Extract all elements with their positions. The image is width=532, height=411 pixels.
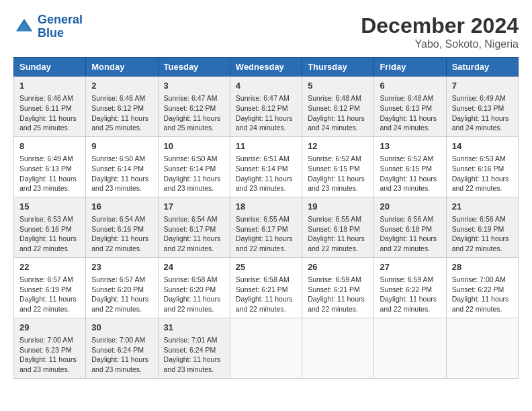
sunset-text: Sunset: 6:14 PM <box>164 165 216 173</box>
sunrise-text: Sunrise: 6:56 AM <box>380 215 433 223</box>
day-number: 30 <box>91 322 152 334</box>
sunset-text: Sunset: 6:17 PM <box>236 225 288 233</box>
day-number: 16 <box>91 201 152 213</box>
sunrise-text: Sunrise: 6:59 AM <box>380 275 433 283</box>
daylight-text: Daylight: 11 hours and 22 minutes. <box>452 175 509 193</box>
calendar-cell: 14Sunrise: 6:53 AMSunset: 6:16 PMDayligh… <box>446 136 518 197</box>
sunset-text: Sunset: 6:14 PM <box>236 165 288 173</box>
calendar-table: SundayMondayTuesdayWednesdayThursdayFrid… <box>13 57 519 379</box>
daylight-text: Daylight: 11 hours and 23 minutes. <box>19 355 77 373</box>
day-number: 28 <box>452 261 513 273</box>
sunrise-text: Sunrise: 6:52 AM <box>380 154 433 163</box>
sunrise-text: Sunrise: 6:46 AM <box>19 94 73 102</box>
sunset-text: Sunset: 6:13 PM <box>452 104 504 112</box>
calendar-cell: 22Sunrise: 6:57 AMSunset: 6:19 PMDayligh… <box>14 257 86 318</box>
calendar-cell: 1Sunrise: 6:46 AMSunset: 6:11 PMDaylight… <box>14 77 86 137</box>
sunrise-text: Sunrise: 6:54 AM <box>164 215 218 223</box>
sunrise-text: Sunrise: 6:55 AM <box>236 215 290 223</box>
daylight-text: Daylight: 11 hours and 22 minutes. <box>164 295 221 313</box>
calendar-cell: 30Sunrise: 7:00 AMSunset: 6:24 PMDayligh… <box>86 318 158 378</box>
title-block: December 2024 Yabo, Sokoto, Nigeria <box>361 13 519 50</box>
day-number: 2 <box>91 80 152 92</box>
week-row-5: 29Sunrise: 7:00 AMSunset: 6:23 PMDayligh… <box>14 318 519 378</box>
daylight-text: Daylight: 11 hours and 22 minutes. <box>380 295 437 313</box>
day-number: 7 <box>452 80 513 92</box>
day-number: 26 <box>308 261 368 273</box>
sunrise-text: Sunrise: 6:47 AM <box>164 94 218 102</box>
sunset-text: Sunset: 6:20 PM <box>164 285 216 293</box>
sunset-text: Sunset: 6:12 PM <box>164 104 216 112</box>
sunset-text: Sunset: 6:12 PM <box>308 104 360 112</box>
daylight-text: Daylight: 11 hours and 24 minutes. <box>380 114 437 132</box>
header-day-saturday: Saturday <box>446 58 518 77</box>
daylight-text: Daylight: 11 hours and 22 minutes. <box>19 234 77 253</box>
daylight-text: Daylight: 11 hours and 22 minutes. <box>236 295 293 313</box>
sunset-text: Sunset: 6:20 PM <box>91 285 144 293</box>
daylight-text: Daylight: 11 hours and 22 minutes. <box>452 234 509 253</box>
sunset-text: Sunset: 6:16 PM <box>91 225 144 233</box>
sunrise-text: Sunrise: 6:55 AM <box>308 215 361 223</box>
sunrise-text: Sunrise: 6:49 AM <box>452 94 506 102</box>
sunset-text: Sunset: 6:21 PM <box>308 285 360 293</box>
sunrise-text: Sunrise: 6:48 AM <box>308 94 361 102</box>
calendar-cell: 17Sunrise: 6:54 AMSunset: 6:17 PMDayligh… <box>158 197 230 257</box>
calendar-cell: 10Sunrise: 6:50 AMSunset: 6:14 PMDayligh… <box>158 136 230 197</box>
calendar-cell: 2Sunrise: 6:46 AMSunset: 6:12 PMDaylight… <box>86 77 158 137</box>
sunset-text: Sunset: 6:15 PM <box>380 165 432 173</box>
week-row-4: 22Sunrise: 6:57 AMSunset: 6:19 PMDayligh… <box>14 257 519 318</box>
sunset-text: Sunset: 6:22 PM <box>380 285 432 293</box>
header-day-sunday: Sunday <box>14 58 86 77</box>
sunrise-text: Sunrise: 7:01 AM <box>164 336 218 344</box>
calendar-cell: 11Sunrise: 6:51 AMSunset: 6:14 PMDayligh… <box>230 136 302 197</box>
sunrise-text: Sunrise: 6:47 AM <box>236 94 290 102</box>
sunrise-text: Sunrise: 6:54 AM <box>91 215 145 223</box>
daylight-text: Daylight: 11 hours and 23 minutes. <box>308 175 365 193</box>
daylight-text: Daylight: 11 hours and 22 minutes. <box>91 234 148 253</box>
day-number: 25 <box>236 261 296 273</box>
sunrise-text: Sunrise: 6:50 AM <box>91 154 145 163</box>
sunrise-text: Sunrise: 6:58 AM <box>164 275 218 283</box>
calendar-cell: 21Sunrise: 6:56 AMSunset: 6:19 PMDayligh… <box>446 197 518 257</box>
sunrise-text: Sunrise: 6:58 AM <box>236 275 290 283</box>
day-number: 22 <box>19 261 80 273</box>
sunset-text: Sunset: 6:15 PM <box>308 165 360 173</box>
sunset-text: Sunset: 6:18 PM <box>308 225 360 233</box>
day-number: 6 <box>380 80 440 92</box>
calendar-cell: 24Sunrise: 6:58 AMSunset: 6:20 PMDayligh… <box>158 257 230 318</box>
sunset-text: Sunset: 6:14 PM <box>91 165 144 173</box>
header-day-thursday: Thursday <box>302 58 374 77</box>
header-day-tuesday: Tuesday <box>158 58 230 77</box>
calendar-cell: 23Sunrise: 6:57 AMSunset: 6:20 PMDayligh… <box>86 257 158 318</box>
day-number: 23 <box>91 261 152 273</box>
sunset-text: Sunset: 6:17 PM <box>164 225 216 233</box>
day-number: 18 <box>236 201 296 213</box>
daylight-text: Daylight: 11 hours and 22 minutes. <box>19 295 77 313</box>
daylight-text: Daylight: 11 hours and 23 minutes. <box>164 355 221 373</box>
day-number: 14 <box>452 140 513 152</box>
header-day-monday: Monday <box>86 58 158 77</box>
calendar-cell: 20Sunrise: 6:56 AMSunset: 6:18 PMDayligh… <box>374 197 446 257</box>
sunset-text: Sunset: 6:19 PM <box>19 285 72 293</box>
page-header: General Blue December 2024 Yabo, Sokoto,… <box>13 13 519 50</box>
daylight-text: Daylight: 11 hours and 22 minutes. <box>452 295 509 313</box>
calendar-cell: 28Sunrise: 7:00 AMSunset: 6:22 PMDayligh… <box>446 257 518 318</box>
day-number: 5 <box>308 80 368 92</box>
sunset-text: Sunset: 6:13 PM <box>380 104 432 112</box>
daylight-text: Daylight: 11 hours and 22 minutes. <box>164 234 221 253</box>
daylight-text: Daylight: 11 hours and 24 minutes. <box>236 114 293 132</box>
day-number: 3 <box>164 80 224 92</box>
calendar-cell: 6Sunrise: 6:48 AMSunset: 6:13 PMDaylight… <box>374 77 446 137</box>
daylight-text: Daylight: 11 hours and 23 minutes. <box>91 355 148 373</box>
daylight-text: Daylight: 11 hours and 24 minutes. <box>452 114 509 132</box>
sunrise-text: Sunrise: 6:48 AM <box>380 94 433 102</box>
week-row-3: 15Sunrise: 6:53 AMSunset: 6:16 PMDayligh… <box>14 197 519 257</box>
day-number: 24 <box>164 261 224 273</box>
sunset-text: Sunset: 6:16 PM <box>452 165 504 173</box>
daylight-text: Daylight: 11 hours and 23 minutes. <box>164 175 221 193</box>
calendar-cell: 13Sunrise: 6:52 AMSunset: 6:15 PMDayligh… <box>374 136 446 197</box>
day-number: 11 <box>236 140 296 152</box>
sunset-text: Sunset: 6:21 PM <box>236 285 288 293</box>
sunrise-text: Sunrise: 6:52 AM <box>308 154 361 163</box>
sunset-text: Sunset: 6:23 PM <box>19 346 72 354</box>
sunrise-text: Sunrise: 6:53 AM <box>452 154 506 163</box>
